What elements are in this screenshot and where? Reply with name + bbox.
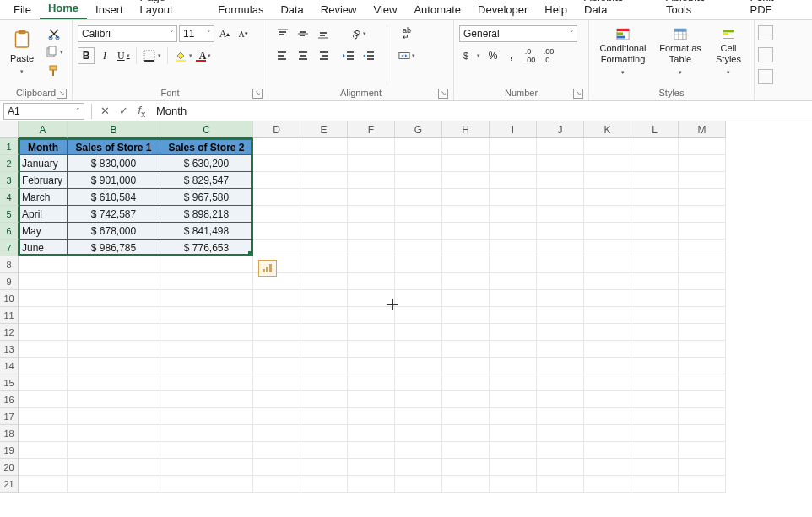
- cell-F10[interactable]: [348, 290, 395, 307]
- row-header-8[interactable]: 8: [0, 256, 19, 273]
- cell-G9[interactable]: [395, 273, 442, 290]
- cell-C20[interactable]: [160, 459, 253, 476]
- tab-ablebits-data[interactable]: Ablebits Data: [576, 0, 658, 19]
- cell-L19[interactable]: [631, 442, 679, 459]
- cell-C16[interactable]: [160, 391, 253, 408]
- cell-H9[interactable]: [442, 273, 490, 290]
- decrease-font-button[interactable]: A▾: [235, 25, 252, 42]
- cell-H13[interactable]: [442, 341, 490, 358]
- cell-E14[interactable]: [300, 358, 348, 374]
- cell-J17[interactable]: [537, 408, 584, 425]
- cell-L15[interactable]: [631, 374, 679, 391]
- cell-G4[interactable]: [395, 189, 442, 206]
- cell-E9[interactable]: [300, 273, 348, 290]
- cell-M4[interactable]: [679, 189, 726, 206]
- cell-L14[interactable]: [631, 358, 679, 374]
- cell-K3[interactable]: [584, 172, 631, 189]
- cell-D7[interactable]: [253, 240, 300, 256]
- cell-K4[interactable]: [584, 189, 631, 206]
- align-center-button[interactable]: [294, 47, 312, 64]
- row-header-19[interactable]: 19: [0, 442, 19, 459]
- cell-B8[interactable]: [68, 256, 160, 273]
- row-header-6[interactable]: 6: [0, 223, 19, 240]
- col-header-C[interactable]: C: [160, 121, 253, 138]
- cell-B14[interactable]: [68, 358, 160, 374]
- row-header-12[interactable]: 12: [0, 324, 19, 341]
- tab-page-layout[interactable]: Page Layout: [132, 0, 210, 19]
- cell-K8[interactable]: [584, 256, 631, 273]
- cell-A20[interactable]: [19, 459, 68, 476]
- cell-A17[interactable]: [19, 408, 68, 425]
- cell-B1[interactable]: Sales of Store 1: [68, 138, 160, 155]
- overflow-item[interactable]: [758, 47, 773, 62]
- cell-J15[interactable]: [537, 374, 584, 391]
- cell-G1[interactable]: [395, 138, 442, 155]
- cell-D4[interactable]: [253, 189, 300, 206]
- cell-H12[interactable]: [442, 324, 490, 341]
- decrease-indent-button[interactable]: [339, 47, 358, 64]
- cell-K2[interactable]: [584, 155, 631, 172]
- row-header-5[interactable]: 5: [0, 206, 19, 223]
- cell-E19[interactable]: [300, 442, 348, 459]
- row-header-13[interactable]: 13: [0, 341, 19, 358]
- cell-C21[interactable]: [160, 476, 253, 493]
- cell-G3[interactable]: [395, 172, 442, 189]
- cell-I9[interactable]: [490, 273, 537, 290]
- tab-developer[interactable]: Developer: [469, 1, 536, 19]
- cell-L13[interactable]: [631, 341, 679, 358]
- cell-G13[interactable]: [395, 341, 442, 358]
- cell-A21[interactable]: [19, 476, 68, 493]
- row-header-3[interactable]: 3: [0, 172, 19, 189]
- cell-G8[interactable]: [395, 256, 442, 273]
- col-header-F[interactable]: F: [348, 121, 395, 138]
- overflow-item[interactable]: [758, 69, 773, 84]
- cell-B18[interactable]: [68, 425, 160, 442]
- cell-J21[interactable]: [537, 476, 584, 493]
- row-header-10[interactable]: 10: [0, 290, 19, 307]
- cell-D14[interactable]: [253, 358, 300, 374]
- cell-M15[interactable]: [679, 374, 726, 391]
- cell-M10[interactable]: [679, 290, 726, 307]
- cell-B9[interactable]: [68, 273, 160, 290]
- cell-D20[interactable]: [253, 459, 300, 476]
- cell-C12[interactable]: [160, 324, 253, 341]
- worksheet-grid[interactable]: ABCDEFGHIJKLM1MonthSales of Store 1Sales…: [0, 121, 812, 493]
- cell-J8[interactable]: [537, 256, 584, 273]
- cell-E20[interactable]: [300, 459, 348, 476]
- cell-L2[interactable]: [631, 155, 679, 172]
- cell-K7[interactable]: [584, 240, 631, 256]
- cell-A5[interactable]: April: [19, 206, 68, 223]
- cell-L1[interactable]: [631, 138, 679, 155]
- cell-J5[interactable]: [537, 206, 584, 223]
- cell-G6[interactable]: [395, 223, 442, 240]
- cell-H5[interactable]: [442, 206, 490, 223]
- cell-J1[interactable]: [537, 138, 584, 155]
- row-header-21[interactable]: 21: [0, 476, 19, 493]
- cell-H6[interactable]: [442, 223, 490, 240]
- cell-C10[interactable]: [160, 290, 253, 307]
- cell-G19[interactable]: [395, 442, 442, 459]
- cell-F7[interactable]: [348, 240, 395, 256]
- cell-M12[interactable]: [679, 324, 726, 341]
- cell-E4[interactable]: [300, 189, 348, 206]
- cell-E18[interactable]: [300, 425, 348, 442]
- cell-A7[interactable]: June: [19, 240, 68, 256]
- col-header-A[interactable]: A: [19, 121, 68, 138]
- increase-font-button[interactable]: A▴: [216, 25, 233, 42]
- cell-E3[interactable]: [300, 172, 348, 189]
- cell-K19[interactable]: [584, 442, 631, 459]
- cell-F4[interactable]: [348, 189, 395, 206]
- cell-B17[interactable]: [68, 408, 160, 425]
- cell-K21[interactable]: [584, 476, 631, 493]
- cell-F19[interactable]: [348, 442, 395, 459]
- align-middle-button[interactable]: [294, 25, 312, 42]
- cell-G11[interactable]: [395, 307, 442, 324]
- cell-I18[interactable]: [490, 425, 537, 442]
- cell-F18[interactable]: [348, 425, 395, 442]
- cell-J13[interactable]: [537, 341, 584, 358]
- cell-A3[interactable]: February: [19, 172, 68, 189]
- tab-data[interactable]: Data: [272, 1, 311, 19]
- cell-M6[interactable]: [679, 223, 726, 240]
- cell-E7[interactable]: [300, 240, 348, 256]
- cell-A14[interactable]: [19, 358, 68, 374]
